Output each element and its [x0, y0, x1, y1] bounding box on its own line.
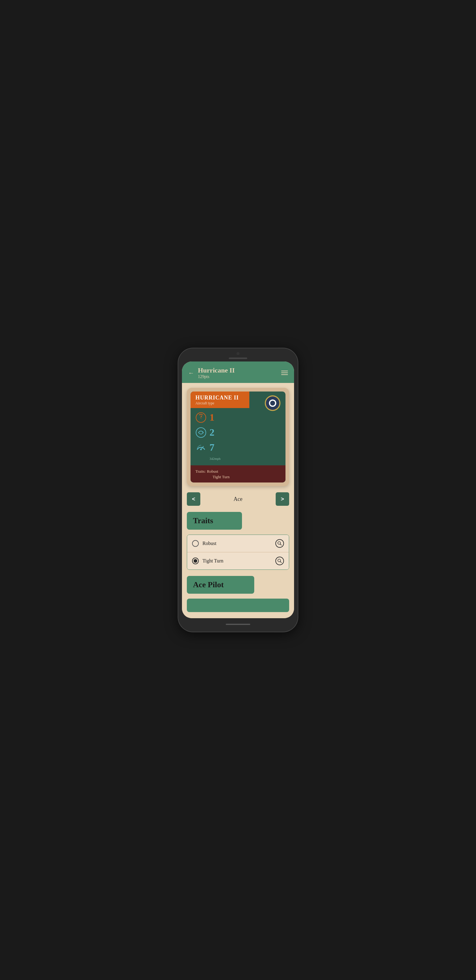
- menu-button[interactable]: [281, 371, 288, 375]
- aircraft-card: HURRICANE II Aircraft type: [187, 388, 289, 486]
- header-points: 129pts: [198, 374, 281, 379]
- maneuver-value: 2: [210, 427, 215, 438]
- phone-home-bar: [226, 624, 250, 625]
- attack-icon: [196, 412, 207, 423]
- trait-list: Robust: [187, 535, 289, 570]
- attack-value: 1: [210, 412, 215, 423]
- trait-name-tight-turn: Tight Turn: [202, 558, 223, 564]
- app-content: HURRICANE II Aircraft type: [182, 383, 294, 618]
- trait-left-tight-turn: Tight Turn: [192, 558, 223, 564]
- svg-point-3: [270, 401, 275, 406]
- menu-bar-3: [281, 374, 288, 375]
- prev-button[interactable]: <: [187, 492, 200, 506]
- maneuver-stat-row: 2: [196, 427, 280, 438]
- traits-section-header: Traits: [187, 512, 242, 530]
- ace-pilot-section: Ace Pilot: [187, 576, 289, 598]
- bottom-section: [187, 598, 289, 612]
- trait-item-tight-turn[interactable]: Tight Turn: [187, 552, 289, 570]
- traits-heading: Traits: [193, 516, 213, 525]
- maneuver-icon: [196, 427, 207, 438]
- phone-camera: [236, 352, 240, 355]
- card-trait2: Tight Turn: [213, 474, 230, 479]
- phone-speaker: [229, 358, 247, 359]
- card-aircraft-name: HURRICANE II: [196, 395, 244, 401]
- speed-unit: 342mph: [210, 457, 280, 460]
- trait-radio-inner-tight-turn: [194, 559, 197, 563]
- speed-icon: [196, 442, 207, 453]
- card-trait1: Robust: [207, 469, 218, 474]
- roundel: [265, 395, 280, 411]
- svg-line-11: [280, 562, 282, 563]
- menu-bar-1: [281, 371, 288, 371]
- header-title-block: Hurricane II 129pts: [198, 366, 281, 379]
- card-title-bar: HURRICANE II Aircraft type: [191, 391, 249, 408]
- trait-left-robust: Robust: [192, 540, 216, 547]
- trait-name-robust: Robust: [202, 541, 216, 546]
- svg-point-5: [196, 428, 206, 438]
- nav-row: < Ace >: [187, 492, 289, 506]
- trait-search-tight-turn[interactable]: [275, 557, 284, 565]
- ace-pilot-heading: Ace Pilot: [193, 580, 224, 589]
- card-traits-label: Traits:: [196, 469, 205, 474]
- ace-pilot-header: Ace Pilot: [187, 576, 254, 594]
- app-header: ← Hurricane II 129pts: [182, 361, 294, 383]
- menu-bar-2: [281, 372, 288, 373]
- phone-bottom: [182, 620, 294, 628]
- next-button[interactable]: >: [276, 492, 289, 506]
- trait-radio-tight-turn[interactable]: [192, 558, 199, 564]
- card-aircraft-type: Aircraft type: [196, 401, 244, 406]
- svg-line-9: [280, 544, 282, 545]
- back-button[interactable]: ←: [188, 369, 194, 377]
- svg-point-7: [200, 449, 202, 450]
- speed-value: 7: [210, 442, 215, 453]
- traits-section: Traits Robust: [187, 512, 289, 570]
- header-title: Hurricane II: [198, 366, 281, 374]
- trait-radio-robust[interactable]: [192, 540, 199, 547]
- speed-stat-container: 7 342mph: [196, 442, 280, 460]
- nav-current: Ace: [234, 496, 243, 503]
- phone-frame: ← Hurricane II 129pts HURRICANE II: [178, 348, 298, 632]
- card-traits-bar: Traits: Robust Tight Turn: [191, 465, 285, 482]
- attack-stat-row: 1: [196, 412, 280, 423]
- trait-item-robust[interactable]: Robust: [187, 535, 289, 552]
- speed-stat-row: 7: [196, 442, 280, 453]
- trait-search-robust[interactable]: [275, 539, 284, 548]
- card-stats: 1 2: [191, 408, 285, 464]
- phone-screen: ← Hurricane II 129pts HURRICANE II: [182, 361, 294, 618]
- card-inner: HURRICANE II Aircraft type: [191, 391, 285, 482]
